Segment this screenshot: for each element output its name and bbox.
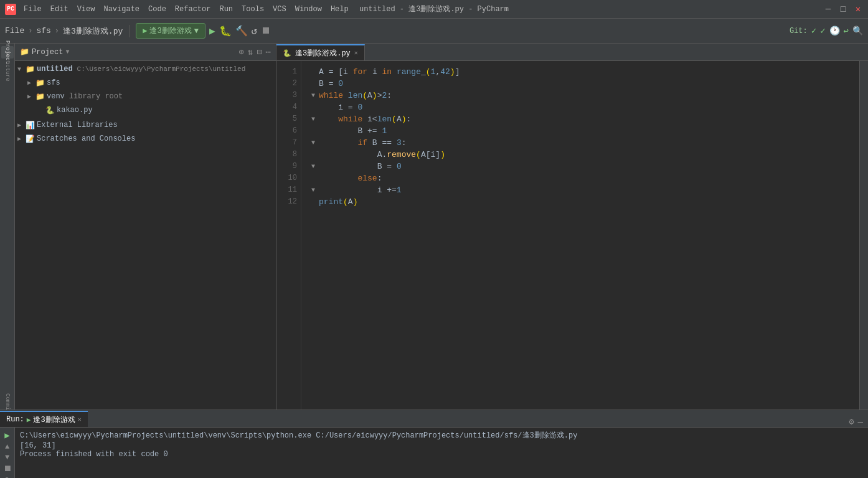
scratch-icon: 📝 — [26, 134, 35, 144]
file-tree: ▼ 📁 untitled C:\Users\eicwyyy\PycharmPro… — [15, 61, 276, 410]
project-panel-header: 📁 Project ▼ ⊕ ⇅ ⊟ ⋯ — [15, 44, 276, 61]
main-layout: Project Structure Commit 📁 Project ▼ ⊕ ⇅… — [0, 44, 868, 410]
code-text-4: i = 0 — [319, 101, 362, 113]
code-editor[interactable]: 12345 678910 1112 A = [i for i in range_… — [276, 61, 868, 410]
project-dropdown-icon[interactable]: ▼ — [65, 49, 69, 55]
sidebar-item-commit[interactable]: Commit — [1, 397, 14, 410]
code-text-5: while i<len(A): — [319, 113, 411, 125]
editor-tab-game[interactable]: 🐍 逢3删除游戏.py ✕ — [276, 44, 365, 60]
git-clock[interactable]: 🕐 — [829, 26, 840, 36]
fold-1 — [311, 66, 319, 78]
menu-navigate[interactable]: Navigate — [103, 5, 139, 14]
code-text-9: B = 0 — [319, 161, 402, 172]
tree-item-sfs[interactable]: ▶ 📁 sfs — [15, 76, 276, 90]
fold-9[interactable]: ▼ — [311, 161, 319, 172]
git-label: Git: — [790, 27, 808, 35]
reload-button[interactable]: ↺ — [252, 25, 258, 37]
menu-help[interactable]: Help — [331, 5, 349, 14]
tree-item-kakao[interactable]: ▶ 🐍 kakao.py — [15, 103, 276, 117]
bottom-settings-icon[interactable]: ⚙ — [849, 416, 854, 427]
tab-close-game[interactable]: ✕ — [354, 49, 358, 57]
run-stop-icon[interactable]: ⏹ — [3, 464, 12, 474]
menu-edit[interactable]: Edit — [50, 5, 68, 14]
bottom-tab-run[interactable]: Run: ▶ 逢3删除游戏 ✕ — [0, 411, 88, 427]
project-label: Project — [32, 48, 63, 57]
git-checkmark1[interactable]: ✓ — [811, 26, 816, 36]
code-line-3: ▼ while len(A)>2: — [311, 90, 859, 101]
tree-item-venv[interactable]: ▶ 📁 venv library root — [15, 90, 276, 103]
code-text-12: print(A) — [319, 196, 357, 208]
git-checkmark2[interactable]: ✓ — [820, 26, 825, 36]
tree-item-scratches[interactable]: ▶ 📝 Scratches and Consoles — [15, 132, 276, 146]
build-button[interactable]: 🔨 — [235, 25, 248, 37]
menu-code[interactable]: Code — [148, 5, 166, 14]
run-play-icon[interactable]: ▶ — [1, 430, 14, 441]
fold-4 — [311, 101, 319, 113]
code-line-1: A = [i for i in range_(1,42)] — [311, 66, 859, 78]
code-line-4: i = 0 — [311, 101, 859, 113]
line-numbers: 12345 678910 1112 — [276, 61, 301, 410]
menu-tools[interactable]: Tools — [242, 5, 264, 14]
bottom-left-icons: ▶ ▲ ▼ ⏹ ⟳ — [0, 428, 15, 478]
run-rerun-icon[interactable]: ⟳ — [4, 476, 11, 478]
code-line-8: A.remove(A[i]) — [311, 149, 859, 161]
maximize-button[interactable]: □ — [838, 4, 848, 14]
bottom-close-icon[interactable]: — — [858, 417, 863, 427]
toolbar-right: Git: ✓ ✓ 🕐 ↩ 🔍 — [790, 26, 863, 36]
menu-run[interactable]: Run — [219, 5, 233, 14]
code-line-2: B = 0 — [311, 78, 859, 90]
fold-11[interactable]: ▼ — [311, 184, 319, 196]
code-line-10: else: — [311, 172, 859, 184]
fold-7[interactable]: ▼ — [311, 137, 319, 149]
run-down-icon[interactable]: ▼ — [5, 453, 9, 462]
bottom-panel: Run: ▶ 逢3删除游戏 ✕ ⚙ — ▶ ▲ ▼ ⏹ ⟳ C:\Users\e… — [0, 410, 868, 478]
folder-icon-sfs: 📁 — [35, 78, 45, 88]
app-logo: PC — [5, 4, 16, 15]
tree-path-untitled: C:\Users\eicwyyy\PycharmProjects\untitle… — [77, 65, 246, 73]
code-text-3: while len(A)>2: — [319, 90, 392, 101]
bottom-main-content: C:\Users\eicwyyy\PycharmProjects\untitle… — [15, 428, 868, 478]
toolbar-separator — [129, 25, 130, 37]
menu-window[interactable]: Window — [295, 5, 322, 14]
search-icon[interactable]: 🔍 — [852, 26, 863, 36]
toolbar-sep2: › — [55, 27, 59, 35]
git-undo[interactable]: ↩ — [844, 26, 849, 36]
fold-8 — [311, 149, 319, 161]
tree-label-venv-type: library root — [69, 92, 123, 101]
code-text-6: B += 1 — [319, 125, 387, 137]
tree-item-untitled[interactable]: ▼ 📁 untitled C:\Users\eicwyyy\PycharmPro… — [15, 62, 276, 76]
project-sort-icon[interactable]: ⇅ — [248, 47, 253, 57]
run-exit-line: Process finished with exit code 0 — [20, 450, 863, 459]
run-output-text: [16, 31] — [20, 441, 56, 450]
code-line-7: ▼ if B == 3: — [311, 137, 859, 149]
close-button[interactable]: ✕ — [853, 4, 863, 14]
run-button[interactable]: ▶ — [209, 25, 215, 37]
run-config-arrow: ▼ — [194, 27, 199, 35]
debug-button[interactable]: 🐛 — [219, 25, 232, 37]
menu-file[interactable]: File — [24, 5, 42, 14]
stop-button[interactable]: ⏹ — [261, 25, 271, 37]
run-tab-close[interactable]: ✕ — [78, 416, 82, 423]
code-content[interactable]: A = [i for i in range_(1,42)] B = 0 ▼ wh… — [301, 61, 859, 410]
run-configuration[interactable]: ▶ 逢3删除游戏 ▼ — [136, 23, 205, 39]
run-up-icon[interactable]: ▲ — [5, 443, 9, 451]
menu-refactor[interactable]: Refactor — [175, 5, 211, 14]
toolbar-project-name: File — [5, 26, 24, 35]
tree-label-sfs: sfs — [47, 78, 60, 87]
project-collapse-icon[interactable]: ⊟ — [257, 47, 262, 57]
run-command-text: C:\Users\eicwyyy\PycharmProjects\untitle… — [20, 431, 577, 440]
fold-5[interactable]: ▼ — [311, 113, 319, 125]
sidebar-item-structure[interactable]: Structure — [1, 60, 14, 72]
project-panel: 📁 Project ▼ ⊕ ⇅ ⊟ ⋯ ▼ 📁 untitled C:\User… — [15, 44, 276, 410]
project-more-icon[interactable]: ⋯ — [266, 47, 271, 57]
tree-item-external[interactable]: ▶ 📊 External Libraries — [15, 118, 276, 132]
menu-view[interactable]: View — [77, 5, 95, 14]
run-tab-name: 逢3删除游戏 — [33, 415, 75, 425]
right-scrollbar-panel — [859, 61, 868, 410]
menu-vcs[interactable]: VCS — [273, 5, 286, 14]
minimize-button[interactable]: ─ — [823, 4, 833, 14]
project-expand-icon[interactable]: ⊕ — [238, 47, 243, 57]
fold-3[interactable]: ▼ — [311, 90, 319, 101]
file-icon-kakao: 🐍 — [45, 106, 55, 115]
left-sidebar: Project Structure Commit — [0, 44, 15, 410]
